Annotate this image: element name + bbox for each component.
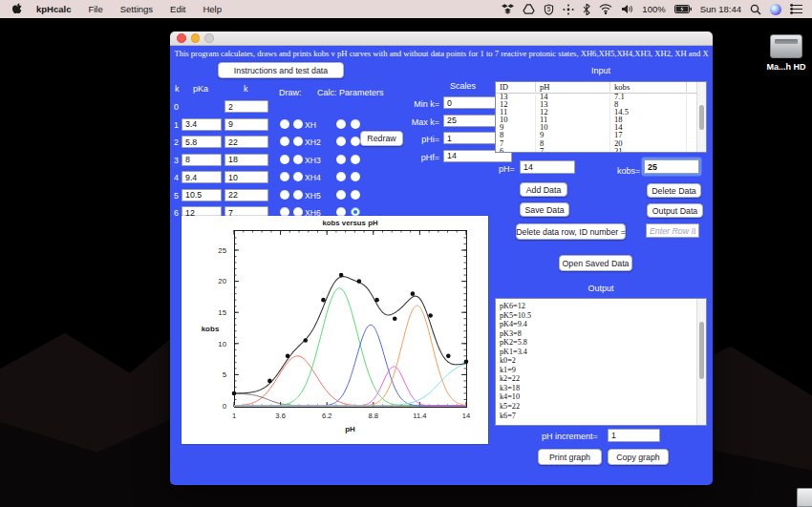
- radio-xh5-draw2[interactable]: [293, 190, 303, 200]
- radio-xh4-draw2[interactable]: [293, 172, 303, 181]
- delete-data-button[interactable]: Delete Data: [647, 183, 701, 198]
- k-input-1[interactable]: [224, 118, 268, 131]
- google-drive-icon[interactable]: [523, 4, 535, 14]
- instructions-button[interactable]: Instructions and test data: [218, 62, 344, 78]
- pka-input-3[interactable]: [182, 154, 222, 166]
- spotlight-search-icon[interactable]: [750, 4, 761, 15]
- menu-item-file[interactable]: File: [79, 4, 111, 14]
- k-input-3[interactable]: [224, 154, 268, 166]
- radio-xh2-draw2[interactable]: [293, 137, 303, 146]
- row-id-input[interactable]: [646, 223, 699, 238]
- apple-menu-icon[interactable]: [0, 3, 28, 15]
- menu-clock[interactable]: Sun 18:44: [700, 4, 741, 14]
- input-table-cell: 6: [496, 147, 536, 152]
- k-input-0[interactable]: [224, 100, 268, 113]
- chart-panel: 13.66.28.811.4140510152025kobs versus pH…: [182, 216, 488, 444]
- kobs-input[interactable]: [644, 159, 699, 174]
- input-table-row[interactable]: 13147.1: [496, 93, 697, 100]
- radio-xh3-calc1[interactable]: [336, 155, 346, 164]
- shield-icon[interactable]: 5: [544, 4, 554, 15]
- col-header-k-rate: k: [244, 84, 248, 94]
- radio-xh4-draw1[interactable]: [280, 172, 289, 181]
- radio-xh-draw1[interactable]: [280, 119, 289, 129]
- minimize-window-button[interactable]: [191, 33, 201, 43]
- radio-xh4-calc2[interactable]: [351, 172, 360, 181]
- open-saved-data-button[interactable]: Open Saved Data: [559, 255, 632, 271]
- active-app-name[interactable]: kpHcalc: [28, 4, 79, 14]
- radio-xh2-calc1[interactable]: [336, 137, 346, 146]
- output-box[interactable]: pK6=12 pK5=10.5 pK4=9.4 pK3=8 pK2=5.8 pK…: [495, 298, 707, 426]
- radio-xh2-draw1[interactable]: [280, 137, 289, 146]
- ph-increment-input[interactable]: [608, 429, 660, 442]
- k-input-4[interactable]: [224, 171, 268, 183]
- param-row-index: 0: [174, 102, 183, 112]
- radio-xh-calc1[interactable]: [336, 119, 346, 129]
- dropbox-icon[interactable]: [502, 4, 514, 15]
- notification-center-icon[interactable]: [790, 4, 802, 14]
- calc-parameters-label: Calc: Parameters: [317, 88, 384, 97]
- input-table-row[interactable]: 8917: [496, 131, 697, 138]
- input-table-cell: 12: [496, 100, 536, 108]
- zoom-window-button[interactable]: [204, 33, 214, 43]
- k-input-5[interactable]: [224, 189, 268, 201]
- svg-text:6.2: 6.2: [322, 412, 332, 420]
- menu-item-edit[interactable]: Edit: [161, 4, 194, 14]
- radio-xh-draw2[interactable]: [293, 119, 303, 129]
- siri-icon[interactable]: [770, 4, 781, 15]
- input-table-cell: 13: [496, 93, 536, 100]
- k-input-2[interactable]: [224, 136, 268, 148]
- input-table-row[interactable]: 91014: [496, 123, 697, 131]
- input-table-cell: 7: [496, 139, 536, 147]
- add-data-button[interactable]: Add Data: [520, 182, 567, 197]
- radio-xh5-calc2[interactable]: [351, 190, 360, 200]
- bluetooth-icon[interactable]: [583, 4, 590, 15]
- state-label-xh: XH: [305, 120, 316, 130]
- output-scroll-thumb[interactable]: [699, 322, 704, 380]
- radio-xh-calc2[interactable]: [351, 119, 360, 129]
- svg-text:kobs: kobs: [202, 325, 220, 333]
- radio-xh5-calc1[interactable]: [336, 190, 346, 200]
- wifi-icon[interactable]: [599, 4, 612, 14]
- input-table-row[interactable]: 6721: [496, 147, 697, 152]
- copy-graph-button[interactable]: Copy graph: [608, 449, 669, 465]
- close-window-button[interactable]: [177, 33, 186, 43]
- svg-text:20: 20: [218, 277, 226, 285]
- pka-input-5[interactable]: [182, 189, 222, 201]
- input-table-row[interactable]: 12138: [496, 100, 697, 108]
- delete-row-button[interactable]: Delete data row, ID number =: [516, 223, 626, 240]
- output-data-button[interactable]: Output Data: [647, 203, 703, 218]
- radio-xh3-calc2[interactable]: [351, 155, 360, 164]
- input-scrollbar[interactable]: [696, 82, 706, 152]
- print-graph-button[interactable]: Print graph: [538, 449, 602, 465]
- radio-xh5-draw1[interactable]: [280, 190, 289, 200]
- crosshair-icon[interactable]: [563, 4, 574, 15]
- menu-item-help[interactable]: Help: [194, 4, 230, 14]
- output-scrollbar[interactable]: [696, 299, 706, 425]
- radio-xh4-calc1[interactable]: [336, 172, 346, 181]
- input-data-table[interactable]: ID pH kobs 13147.112138111214.5101118910…: [495, 81, 707, 153]
- input-table-cell: 7.1: [610, 93, 687, 100]
- ph-input[interactable]: [520, 160, 575, 174]
- radio-xh2-calc2[interactable]: [351, 137, 360, 146]
- input-col-kobs: kobs: [610, 82, 687, 93]
- menu-item-settings[interactable]: Settings: [112, 4, 161, 14]
- state-label-xh4: XH4: [305, 173, 321, 182]
- input-table-cell: 9: [496, 123, 536, 131]
- input-table-cell: 8: [610, 100, 687, 108]
- input-table-cell: 13: [536, 100, 610, 108]
- volume-icon[interactable]: [621, 4, 633, 14]
- input-table-row[interactable]: 101118: [496, 116, 697, 123]
- input-table-row[interactable]: 111214.5: [496, 108, 697, 116]
- pka-input-4[interactable]: [182, 171, 222, 183]
- input-table-row[interactable]: 7820: [496, 139, 697, 147]
- pka-input-2[interactable]: [182, 136, 222, 148]
- save-data-button[interactable]: Save Data: [520, 202, 569, 217]
- radio-xh3-draw1[interactable]: [280, 155, 289, 164]
- scales-title: Scales: [450, 81, 476, 91]
- partial-desktop-icon[interactable]: [797, 488, 812, 507]
- pka-input-1[interactable]: [182, 118, 222, 131]
- input-scroll-thumb[interactable]: [699, 105, 704, 130]
- macintosh-hd-desktop-icon[interactable]: Ma...h HD: [761, 34, 811, 72]
- radio-xh3-draw2[interactable]: [293, 155, 303, 164]
- window-titlebar[interactable]: [170, 32, 713, 46]
